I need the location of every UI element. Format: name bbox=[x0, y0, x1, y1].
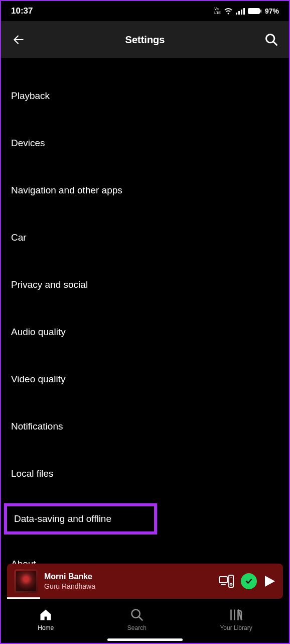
svg-point-9 bbox=[230, 583, 232, 585]
home-indicator[interactable] bbox=[107, 638, 183, 641]
setting-label: Local files bbox=[11, 468, 54, 479]
now-playing-controls bbox=[219, 573, 276, 589]
svg-rect-4 bbox=[248, 8, 260, 14]
setting-item-privacy[interactable]: Privacy and social bbox=[1, 270, 289, 299]
back-button[interactable] bbox=[10, 31, 27, 48]
bottom-nav: Home Search Your Library bbox=[1, 599, 289, 643]
downloaded-badge[interactable] bbox=[241, 573, 257, 589]
wifi-icon bbox=[224, 8, 233, 15]
svg-rect-1 bbox=[238, 11, 240, 15]
setting-label: Audio quality bbox=[11, 327, 66, 337]
play-icon[interactable] bbox=[264, 575, 276, 588]
status-time: 10:37 bbox=[11, 6, 33, 16]
setting-label: Notifications bbox=[11, 421, 63, 432]
album-art bbox=[14, 569, 38, 593]
search-icon bbox=[264, 33, 278, 47]
nav-home[interactable]: Home bbox=[38, 607, 54, 631]
battery-icon bbox=[248, 8, 262, 15]
setting-item-navigation[interactable]: Navigation and other apps bbox=[1, 176, 289, 205]
setting-label: Playback bbox=[11, 90, 50, 101]
svg-rect-7 bbox=[219, 577, 227, 583]
nav-library[interactable]: Your Library bbox=[220, 607, 252, 631]
volte-icon: VoLTE bbox=[214, 7, 221, 15]
search-button[interactable] bbox=[263, 31, 280, 48]
library-icon bbox=[229, 608, 243, 622]
track-title: Morni Banke bbox=[44, 572, 219, 581]
setting-item-audio[interactable]: Audio quality bbox=[1, 317, 289, 347]
setting-label: Car bbox=[11, 232, 27, 243]
setting-label: Devices bbox=[11, 138, 45, 148]
setting-label: Privacy and social bbox=[11, 279, 88, 290]
home-icon bbox=[39, 608, 53, 622]
setting-item-playback[interactable]: Playback bbox=[1, 81, 289, 111]
setting-item-notifications[interactable]: Notifications bbox=[1, 412, 289, 441]
svg-rect-0 bbox=[236, 13, 237, 15]
setting-label: Data-saving and offline bbox=[14, 513, 111, 524]
settings-list: Playback Devices Navigation and other ap… bbox=[1, 58, 289, 619]
track-artist: Guru Randhawa bbox=[44, 582, 219, 590]
battery-percent: 97% bbox=[265, 7, 279, 15]
setting-label: Video quality bbox=[11, 374, 65, 384]
now-playing-bar[interactable]: Morni Banke Guru Randhawa bbox=[7, 564, 283, 599]
setting-item-data-saving[interactable]: Data-saving and offline bbox=[4, 503, 157, 534]
svg-point-10 bbox=[231, 577, 232, 578]
nav-search[interactable]: Search bbox=[127, 607, 147, 631]
setting-item-car[interactable]: Car bbox=[1, 223, 289, 252]
nav-label: Search bbox=[127, 624, 147, 631]
nav-label: Home bbox=[38, 624, 54, 631]
track-info: Morni Banke Guru Randhawa bbox=[44, 572, 219, 590]
nav-label: Your Library bbox=[220, 624, 252, 631]
svg-rect-5 bbox=[260, 10, 261, 13]
search-icon bbox=[130, 608, 144, 622]
setting-item-video[interactable]: Video quality bbox=[1, 365, 289, 394]
setting-item-devices[interactable]: Devices bbox=[1, 129, 289, 158]
svg-rect-3 bbox=[243, 8, 245, 15]
status-bar: 10:37 VoLTE 97% bbox=[1, 1, 289, 21]
svg-rect-2 bbox=[241, 10, 242, 15]
arrow-left-icon bbox=[12, 33, 25, 46]
setting-label: Navigation and other apps bbox=[11, 185, 122, 195]
header: Settings bbox=[1, 21, 289, 58]
signal-icon bbox=[236, 8, 245, 15]
check-icon bbox=[244, 577, 253, 586]
connect-device-icon[interactable] bbox=[219, 575, 234, 588]
setting-item-local[interactable]: Local files bbox=[1, 459, 289, 488]
page-title: Settings bbox=[1, 34, 289, 46]
status-right: VoLTE 97% bbox=[214, 7, 279, 15]
